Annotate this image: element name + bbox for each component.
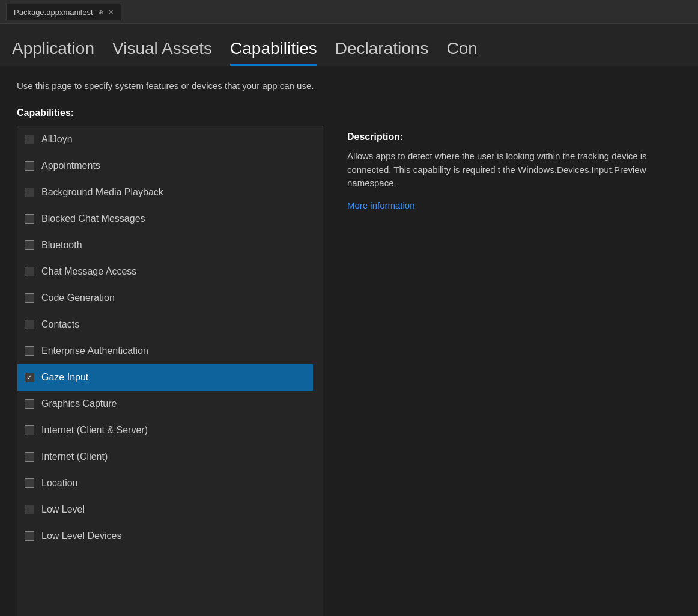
tab-visual-assets[interactable]: Visual Assets <box>112 39 230 66</box>
capabilities-heading: Capabilities: <box>17 108 323 118</box>
capability-label-alljoyn: AllJoyn <box>41 134 73 145</box>
main-content: Use this page to specify system features… <box>0 66 698 616</box>
nav-tabs: Application Visual Assets Capabilities D… <box>0 24 698 66</box>
tab-con[interactable]: Con <box>446 39 495 66</box>
checkbox-internet-client-server[interactable] <box>25 425 34 435</box>
title-bar: Package.appxmanifest ⊕ ✕ <box>0 0 698 24</box>
capability-label-chat-message-access: Chat Message Access <box>41 266 136 277</box>
capability-graphics-capture[interactable]: Graphics Capture <box>17 391 313 417</box>
capability-gaze-input[interactable]: ✓ Gaze Input <box>17 364 313 391</box>
tab-declarations[interactable]: Declarations <box>335 39 447 66</box>
capability-alljoyn[interactable]: AllJoyn <box>17 126 313 153</box>
close-icon[interactable]: ✕ <box>108 8 114 16</box>
capability-label-low-level: Low Level <box>41 504 85 515</box>
content-layout: Capabilities: AllJoyn Appointments Backg… <box>17 108 681 593</box>
capabilities-left-panel: Capabilities: AllJoyn Appointments Backg… <box>17 108 323 593</box>
capability-label-enterprise-authentication: Enterprise Authentication <box>41 346 148 356</box>
capability-label-blocked-chat-messages: Blocked Chat Messages <box>41 213 145 224</box>
capability-low-level-devices[interactable]: Low Level Devices <box>17 523 313 549</box>
capability-enterprise-authentication[interactable]: Enterprise Authentication <box>17 338 313 364</box>
checkbox-location[interactable] <box>25 478 34 488</box>
checkbox-internet-client[interactable] <box>25 452 34 462</box>
pin-icon[interactable]: ⊕ <box>98 8 103 16</box>
capability-internet-client[interactable]: Internet (Client) <box>17 444 313 470</box>
checkbox-alljoyn[interactable] <box>25 135 34 144</box>
capabilities-list-container: AllJoyn Appointments Background Media Pl… <box>17 126 323 616</box>
capability-label-low-level-devices: Low Level Devices <box>41 531 121 541</box>
checkbox-background-media-playback[interactable] <box>25 188 34 197</box>
capability-location[interactable]: Location <box>17 470 313 496</box>
capability-label-internet-client-server: Internet (Client & Server) <box>41 425 148 436</box>
capability-label-appointments: Appointments <box>41 160 100 171</box>
tab-application[interactable]: Application <box>12 39 112 66</box>
capability-background-media-playback[interactable]: Background Media Playback <box>17 179 313 206</box>
description-text: Allows apps to detect where the user is … <box>347 150 681 191</box>
checkbox-bluetooth[interactable] <box>25 240 34 250</box>
description-heading: Description: <box>347 132 681 142</box>
checkbox-low-level[interactable] <box>25 505 34 514</box>
capability-label-background-media-playback: Background Media Playback <box>41 187 163 198</box>
capability-bluetooth[interactable]: Bluetooth <box>17 232 313 258</box>
description-right-panel: Description: Allows apps to detect where… <box>347 108 681 593</box>
page-description: Use this page to specify system features… <box>17 81 681 91</box>
checkbox-low-level-devices[interactable] <box>25 531 34 541</box>
checkbox-appointments[interactable] <box>25 161 34 171</box>
capability-label-bluetooth: Bluetooth <box>41 240 82 251</box>
capabilities-list: AllJoyn Appointments Background Media Pl… <box>17 126 323 616</box>
checkbox-enterprise-authentication[interactable] <box>25 346 34 356</box>
capability-contacts[interactable]: Contacts <box>17 311 313 338</box>
more-info-link[interactable]: More information <box>347 200 415 210</box>
capability-label-graphics-capture: Graphics Capture <box>41 398 117 409</box>
title-bar-tab[interactable]: Package.appxmanifest ⊕ ✕ <box>6 4 121 20</box>
capability-appointments[interactable]: Appointments <box>17 153 313 179</box>
checkbox-blocked-chat-messages[interactable] <box>25 214 34 224</box>
capability-label-internet-client: Internet (Client) <box>41 451 108 462</box>
checkbox-contacts[interactable] <box>25 320 34 329</box>
capability-label-contacts: Contacts <box>41 319 79 330</box>
tab-capabilities[interactable]: Capabilities <box>230 39 335 66</box>
capability-label-location: Location <box>41 478 78 489</box>
capability-label-gaze-input: Gaze Input <box>41 372 88 383</box>
checkbox-gaze-input[interactable]: ✓ <box>25 373 34 382</box>
checkbox-chat-message-access[interactable] <box>25 267 34 276</box>
capability-blocked-chat-messages[interactable]: Blocked Chat Messages <box>17 206 313 232</box>
capability-chat-message-access[interactable]: Chat Message Access <box>17 258 313 285</box>
capability-internet-client-server[interactable]: Internet (Client & Server) <box>17 417 313 444</box>
capability-label-code-generation: Code Generation <box>41 293 115 303</box>
capability-low-level[interactable]: Low Level <box>17 496 313 523</box>
checkbox-code-generation[interactable] <box>25 293 34 303</box>
capability-code-generation[interactable]: Code Generation <box>17 285 313 311</box>
checkbox-graphics-capture[interactable] <box>25 399 34 409</box>
tab-filename: Package.appxmanifest <box>14 8 93 17</box>
